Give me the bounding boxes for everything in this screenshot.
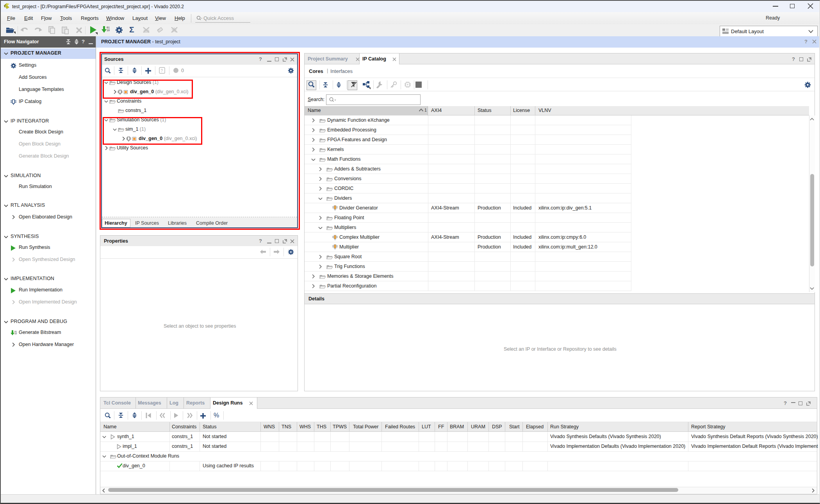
svg-text:10: 10: [107, 29, 110, 32]
svg-text:01: 01: [107, 27, 110, 29]
svg-text:10: 10: [14, 333, 17, 335]
